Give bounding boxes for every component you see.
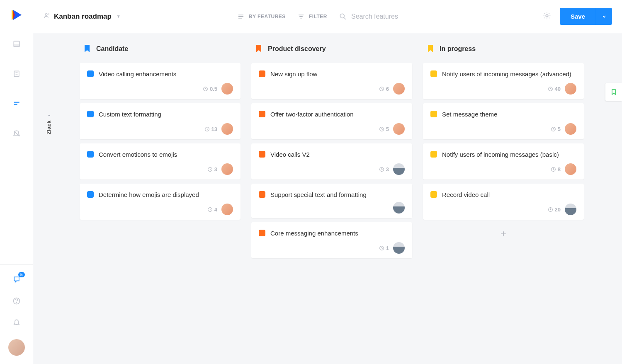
estimate-value: 0.5: [210, 86, 217, 92]
nav-inbox-icon[interactable]: 5: [12, 274, 22, 284]
estimate-value: 6: [386, 86, 389, 92]
card-title: Record video call: [442, 190, 490, 199]
nav-docs-icon[interactable]: [12, 69, 22, 79]
card-color-tag: [87, 151, 94, 158]
kanban-card[interactable]: Determine how emojis are displayed4: [80, 184, 241, 220]
kanban-card[interactable]: Custom text formatting13: [80, 103, 241, 139]
card-title: Core messaging enhancements: [270, 229, 358, 238]
clock-icon: [379, 86, 384, 92]
assignee-avatar[interactable]: [221, 163, 233, 175]
card-title: Custom text formatting: [99, 110, 161, 119]
clock-icon: [548, 207, 553, 212]
column-header[interactable]: In progress: [423, 45, 584, 53]
assignee-avatar[interactable]: [393, 83, 405, 95]
group-by-button[interactable]: BY FEATURES: [237, 13, 286, 20]
settings-button[interactable]: [542, 11, 552, 22]
assignee-avatar[interactable]: [393, 123, 405, 135]
search-input[interactable]: [351, 13, 426, 20]
card-title: Convert emoticons to emojis: [99, 150, 177, 159]
search[interactable]: [339, 12, 426, 21]
clock-icon: [548, 86, 553, 92]
svg-point-13: [45, 13, 47, 15]
assignee-avatar[interactable]: [393, 163, 405, 175]
estimate-value: 3: [214, 166, 217, 172]
estimate: 1: [379, 245, 389, 251]
kanban-columns: CandidateVideo calling enhancements0.5Cu…: [65, 33, 622, 364]
user-avatar[interactable]: [8, 339, 25, 356]
kanban-column: CandidateVideo calling enhancements0.5Cu…: [80, 45, 241, 352]
kanban-card[interactable]: Notify users of incoming messages (advan…: [423, 63, 584, 99]
card-color-tag: [259, 191, 265, 198]
kanban-card[interactable]: Core messaging enhancements1: [251, 222, 412, 258]
kanban-card[interactable]: Notify users of incoming messages (basic…: [423, 143, 584, 180]
assignee-avatar[interactable]: [565, 204, 576, 215]
estimate: 20: [548, 206, 561, 213]
card-title: Notify users of incoming messages (basic…: [442, 150, 559, 159]
project-strip[interactable]: ⌄ Zlack: [33, 33, 65, 364]
nav-help-icon[interactable]: [12, 296, 22, 306]
card-color-tag: [430, 151, 437, 158]
estimate-value: 8: [558, 166, 561, 172]
estimate: 3: [379, 166, 389, 172]
clock-icon: [379, 126, 384, 132]
card-title: Video calls V2: [270, 150, 310, 159]
nav-notifications-off-icon[interactable]: [12, 129, 22, 138]
estimate: 13: [204, 126, 217, 132]
estimate-value: 1: [386, 245, 389, 251]
topbar: Kanban roadmap ▼ BY FEATURES FILTER: [33, 0, 622, 33]
kanban-card[interactable]: New sign up flow6: [251, 63, 412, 99]
card-color-tag: [259, 111, 265, 117]
assignee-avatar[interactable]: [221, 83, 233, 95]
estimate: 6: [379, 86, 389, 92]
search-icon: [339, 12, 347, 21]
estimate-value: 4: [214, 206, 217, 213]
save-dropdown-button[interactable]: [596, 8, 612, 25]
add-card-button[interactable]: +: [423, 224, 584, 244]
column-header[interactable]: Candidate: [80, 45, 241, 53]
assignee-avatar[interactable]: [565, 83, 576, 95]
assignee-avatar[interactable]: [393, 202, 405, 214]
estimate: 5: [551, 126, 561, 132]
kanban-card[interactable]: Convert emoticons to emojis3: [80, 143, 241, 180]
svg-rect-4: [14, 45, 19, 47]
card-title: Notify users of incoming messages (advan…: [442, 70, 571, 78]
card-color-tag: [259, 70, 265, 77]
filter-button[interactable]: FILTER: [297, 13, 327, 20]
assignee-avatar[interactable]: [565, 163, 576, 175]
card-color-tag: [430, 191, 437, 198]
filter-label: FILTER: [309, 14, 327, 19]
nav-alerts-icon[interactable]: [12, 318, 22, 328]
clock-icon: [551, 126, 556, 132]
kanban-card[interactable]: Set message theme5: [423, 103, 584, 139]
card-title: Video calling enhancements: [99, 70, 176, 78]
save-button[interactable]: Save: [560, 8, 596, 25]
column-title: Product discovery: [268, 45, 326, 53]
card-color-tag: [430, 111, 437, 117]
assignee-avatar[interactable]: [393, 242, 405, 254]
svg-point-12: [16, 303, 17, 303]
clock-icon: [207, 207, 213, 212]
kanban-card[interactable]: Offer two-factor authentication5: [251, 103, 412, 139]
page-title: Kanban roadmap: [54, 12, 112, 21]
kanban-card[interactable]: Record video call20: [423, 184, 584, 220]
kanban-card[interactable]: Support special text and formatting: [251, 184, 412, 218]
group-by-label: BY FEATURES: [249, 14, 286, 19]
kanban-card[interactable]: Video calls V23: [251, 143, 412, 180]
card-title: Set message theme: [442, 110, 497, 119]
breadcrumb[interactable]: Kanban roadmap ▼: [43, 12, 121, 21]
card-title: Offer two-factor authentication: [270, 110, 354, 119]
column-title: In progress: [440, 45, 476, 53]
right-panel-toggle[interactable]: [605, 83, 622, 101]
left-rail: 5: [0, 0, 33, 364]
column-header[interactable]: Product discovery: [251, 45, 412, 53]
kanban-card[interactable]: Video calling enhancements0.5: [80, 63, 241, 99]
bookmark-icon: [427, 45, 434, 53]
chevron-down-icon: ⌄: [47, 112, 51, 117]
assignee-avatar[interactable]: [565, 123, 576, 135]
app-logo[interactable]: [9, 7, 24, 22]
nav-roadmap-icon[interactable]: [12, 99, 22, 109]
assignee-avatar[interactable]: [221, 123, 233, 135]
nav-dashboard-icon[interactable]: [12, 39, 22, 49]
assignee-avatar[interactable]: [221, 204, 233, 215]
card-title: Support special text and formatting: [270, 190, 367, 199]
